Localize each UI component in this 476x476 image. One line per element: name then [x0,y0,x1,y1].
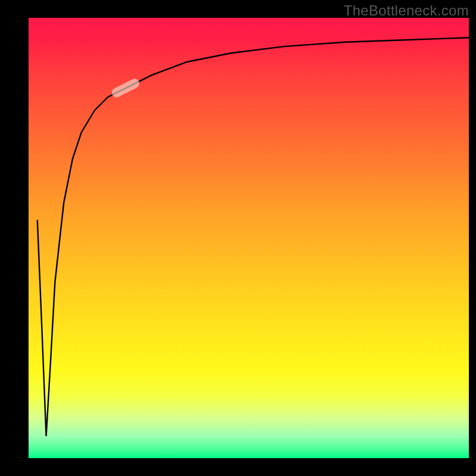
left-border [0,0,29,476]
chart-stage: TheBottleneck.com [0,0,476,476]
curve-svg [29,18,469,458]
bottom-border [0,458,476,476]
watermark-text: TheBottleneck.com [343,2,469,19]
plot-area [29,18,469,458]
bottleneck-curve-path [37,37,469,436]
